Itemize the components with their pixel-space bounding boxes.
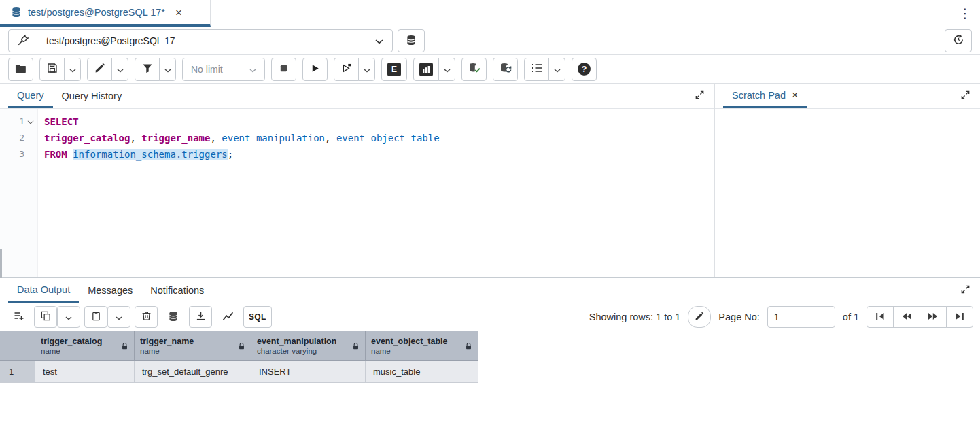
table-cell[interactable]: trg_set_default_genre <box>135 361 251 383</box>
kebab-menu-icon[interactable]: ⋮ <box>950 0 980 27</box>
column-header[interactable]: trigger_namename <box>135 331 251 361</box>
first-page-button[interactable] <box>867 306 894 328</box>
explain-analyze-button[interactable] <box>413 58 439 81</box>
document-tab-bar: test/postgres@PostgreSQL 17* × ⋮ <box>0 0 980 27</box>
macro-button[interactable] <box>524 58 549 81</box>
line-number: 1 <box>0 114 38 130</box>
grid-corner-cell[interactable] <box>0 331 35 361</box>
delete-row-button[interactable] <box>135 306 158 328</box>
connection-group: test/postgres@PostgreSQL 17 <box>8 29 393 52</box>
edit-data-button[interactable] <box>688 306 711 328</box>
close-icon[interactable]: × <box>792 89 798 101</box>
editor-lines: 1SELECT2trigger_catalog, trigger_name, e… <box>0 114 714 163</box>
tab-messages[interactable]: Messages <box>79 278 141 303</box>
save-icon <box>47 63 58 76</box>
open-file-button[interactable] <box>8 58 33 81</box>
splitter-grip[interactable] <box>0 249 2 278</box>
column-header[interactable]: event_manipulationcharacter varying <box>251 331 366 361</box>
reset-layout-button[interactable] <box>945 29 972 52</box>
connection-status-button[interactable] <box>9 30 37 52</box>
scratch-pad-tabs-row: Scratch Pad × <box>715 84 980 109</box>
sql-token: SELECT <box>44 116 79 127</box>
last-page-icon <box>954 312 965 322</box>
tab-query[interactable]: Query <box>8 84 53 108</box>
commit-button[interactable] <box>461 58 487 81</box>
pencil-icon <box>695 312 704 323</box>
output-toolbar: SQL Showing rows: 1 to 1 Page No: of 1 <box>0 303 980 331</box>
column-header[interactable]: event_object_tablename <box>366 331 478 361</box>
stop-button[interactable] <box>271 58 296 81</box>
tab-data-output[interactable]: Data Output <box>8 278 79 303</box>
tab-data-output-label: Data Output <box>17 284 70 295</box>
download-results-button[interactable] <box>189 306 212 328</box>
help-button[interactable]: ? <box>572 58 597 81</box>
macro-dropdown-button[interactable] <box>548 58 565 81</box>
scratch-pad-expand-button[interactable] <box>950 84 980 108</box>
connection-bar: test/postgres@PostgreSQL 17 <box>0 27 980 55</box>
save-dropdown-button[interactable] <box>64 58 81 81</box>
table-cell[interactable]: music_table <box>366 361 478 383</box>
code-line[interactable]: 1SELECT <box>0 114 714 130</box>
limit-label: No limit <box>191 64 223 75</box>
next-page-button[interactable] <box>920 306 947 328</box>
play-icon <box>310 63 320 76</box>
sql-token: event_object_table <box>336 133 440 144</box>
code-line[interactable]: 2trigger_catalog, trigger_name, event_ma… <box>0 130 714 146</box>
tab-notifications[interactable]: Notifications <box>141 278 213 303</box>
add-row-button[interactable] <box>7 306 30 328</box>
filter-dropdown-button[interactable] <box>159 58 176 81</box>
copy-dropdown-button[interactable] <box>57 306 80 328</box>
connection-value: test/postgres@PostgreSQL 17 <box>46 35 175 46</box>
of-pages-label: of 1 <box>843 312 859 322</box>
visualize-data-button[interactable] <box>216 306 239 328</box>
chevron-down-icon <box>65 312 72 322</box>
previous-page-button[interactable] <box>893 306 920 328</box>
execute-options-button[interactable] <box>334 58 359 81</box>
sql-token: , <box>325 133 336 144</box>
document-tab[interactable]: test/postgres@PostgreSQL 17* × <box>0 0 211 27</box>
chevron-down-icon <box>375 35 383 46</box>
save-data-button[interactable] <box>162 306 185 328</box>
lock-icon <box>238 342 245 350</box>
save-button[interactable] <box>39 58 65 81</box>
column-type: name <box>371 347 448 355</box>
fold-icon[interactable] <box>28 118 34 124</box>
close-icon[interactable]: × <box>175 7 182 18</box>
page-number-input[interactable] <box>767 306 835 328</box>
limit-dropdown[interactable]: No limit <box>182 58 265 81</box>
filter-button[interactable] <box>135 58 160 81</box>
paste-button[interactable] <box>84 306 107 328</box>
show-sql-button[interactable]: SQL <box>243 306 272 328</box>
table-cell[interactable]: INSERT <box>251 361 366 383</box>
add-row-icon <box>13 311 24 324</box>
new-connection-button[interactable] <box>398 29 425 52</box>
explain-button[interactable]: E <box>381 58 407 81</box>
paste-dropdown-button[interactable] <box>107 306 130 328</box>
chevron-down-icon <box>249 64 256 75</box>
scratch-pad-area[interactable] <box>715 109 980 277</box>
chevron-down-icon <box>444 64 451 75</box>
copy-button[interactable] <box>34 306 57 328</box>
execute-options-dropdown-button[interactable] <box>358 58 375 81</box>
row-number-cell[interactable]: 1 <box>0 361 35 383</box>
scratch-pad-pane: Scratch Pad × <box>715 84 980 277</box>
tab-query-history[interactable]: Query History <box>53 84 131 108</box>
explain-analyze-dropdown-button[interactable] <box>438 58 455 81</box>
column-type: character varying <box>257 347 336 355</box>
output-expand-button[interactable] <box>950 278 980 303</box>
main-split: Query Query History 1SELECT2trigger_cata… <box>0 84 980 278</box>
execute-button[interactable] <box>302 58 328 81</box>
code-line[interactable]: 3FROM information_schema.triggers; <box>0 146 714 163</box>
edit-dropdown-button[interactable] <box>111 58 128 81</box>
connection-dropdown[interactable]: test/postgres@PostgreSQL 17 <box>37 30 392 52</box>
edit-button[interactable] <box>87 58 112 81</box>
query-expand-button[interactable] <box>684 84 714 108</box>
sql-editor[interactable]: 1SELECT2trigger_catalog, trigger_name, e… <box>0 109 714 277</box>
rollback-button[interactable] <box>493 58 518 81</box>
last-page-button[interactable] <box>946 306 973 328</box>
table-cell[interactable]: test <box>35 361 135 383</box>
chevron-down-icon <box>116 312 122 322</box>
column-header[interactable]: trigger_catalogname <box>35 331 135 361</box>
sql-token: trigger_name <box>141 133 210 144</box>
tab-scratch-pad[interactable]: Scratch Pad × <box>723 84 807 108</box>
